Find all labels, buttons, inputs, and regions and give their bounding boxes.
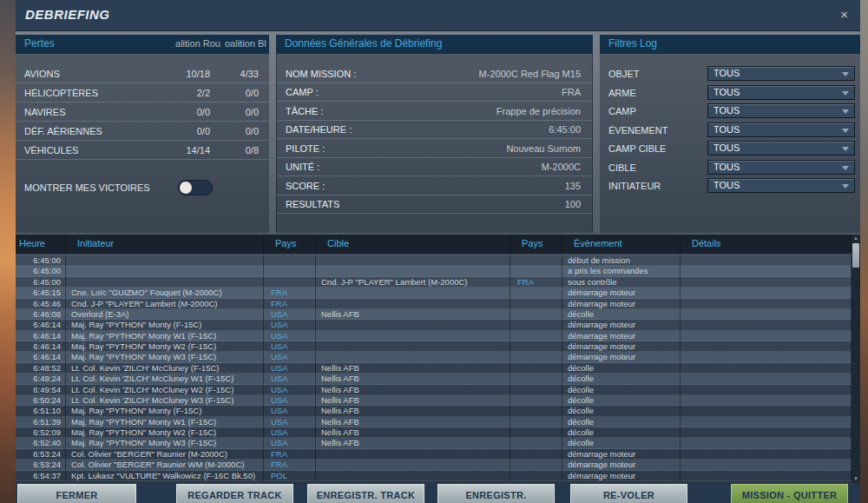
enregistr-de-briefing-button[interactable]: ENREGISTR. DÉBRIEFING: [437, 484, 555, 503]
filter-dropdown[interactable]: TOUS: [707, 85, 855, 100]
log-cell-heure: 6:50:24: [16, 395, 66, 406]
log-cell-pays: USA: [264, 331, 316, 341]
filter-dropdown[interactable]: TOUS: [707, 160, 855, 175]
log-row[interactable]: 6:45:00début de mission: [16, 255, 852, 266]
toggle-knob: [180, 182, 192, 194]
log-cell-cible: [316, 352, 510, 362]
loss-category-label: HÉLICOPTÈRES: [16, 88, 156, 98]
chevron-down-icon: [842, 109, 849, 114]
log-cell-pays-cible: [510, 341, 562, 352]
general-data-label: RESULTATS: [277, 199, 565, 209]
general-data-value: FRA: [562, 87, 592, 97]
log-cell-pays: USA: [264, 406, 316, 416]
log-cell-cible: Nellis AFB: [316, 385, 510, 395]
general-data-label: TÂCHE :: [277, 106, 496, 116]
log-row[interactable]: 6:52:09Maj. Ray "PYTHON" Monty W2 (F-15C…: [16, 427, 852, 438]
log-cell-pays-cible: [510, 320, 562, 330]
log-cell-cible: [316, 331, 510, 341]
log-row[interactable]: 6:46:08Overlord (E-3A)USANellis AFBdécol…: [16, 309, 852, 320]
general-data-row: UNITÉ :M-2000C: [277, 158, 592, 177]
log-cell-details: [681, 449, 852, 460]
log-cell-details: [681, 341, 852, 352]
filter-dropdown[interactable]: TOUS: [707, 103, 855, 118]
log-cell-evenement: démarrage moteur: [562, 331, 681, 341]
log-row[interactable]: 6:45:00Cnd. J-P "PLAYER" Lambert (M-2000…: [16, 277, 852, 288]
log-row[interactable]: 6:50:24Lt. Col. Kevin 'ZILCH' McCluney W…: [16, 395, 852, 406]
log-cell-evenement: démarrage moteur: [562, 352, 681, 362]
fermer-button[interactable]: FERMER: [17, 484, 136, 503]
filter-dropdown[interactable]: TOUS: [707, 141, 855, 156]
filters-panel-header: Filtres Log: [600, 35, 860, 54]
log-cell-heure: 6:49:54: [16, 385, 66, 395]
log-cell-pays: USA: [264, 352, 316, 362]
log-row[interactable]: 6:51:39Maj. Ray "PYTHON" Monty W1 (F-15C…: [16, 417, 852, 427]
general-data-label: PILOTE :: [277, 143, 506, 154]
log-cell-evenement: début de mission: [562, 255, 681, 266]
general-data-row: DATE/HEURE :6:45:00: [277, 121, 592, 140]
log-cell-pays-cible: [510, 385, 562, 395]
log-filter-row: ARMETOUS: [600, 84, 860, 103]
log-row[interactable]: 6:49:24Lt. Col. Kevin 'ZILCH' McCluney W…: [16, 374, 852, 384]
background-sunset-left: [0, 0, 16, 503]
log-row[interactable]: 6:51:10Maj. Ray "PYTHON" Monty (F-15C)US…: [16, 406, 852, 416]
loss-row: NAVIRES0/00/0: [16, 103, 269, 122]
regarder-track-button[interactable]: REGARDER TRACK: [176, 484, 293, 503]
loss-blue-value: 0/8: [210, 145, 259, 156]
log-row[interactable]: 6:46:14Maj. Ray "PYTHON" Monty W1 (F-15C…: [16, 331, 852, 341]
log-row[interactable]: 6:46:14Maj. Ray "PYTHON" Monty (F-15C)US…: [16, 320, 852, 330]
log-cell-cible: Nellis AFB: [316, 417, 510, 427]
log-row[interactable]: 6:52:40Maj. Ray "PYTHON" Monty W3 (F-15C…: [16, 438, 852, 448]
filter-dropdown[interactable]: TOUS: [707, 178, 855, 193]
log-cell-details: [681, 417, 852, 427]
log-row[interactable]: 6:53:24Col. Olivier "BERGER" Raunier (M-…: [16, 449, 852, 460]
log-cell-details: [681, 331, 852, 341]
log-cell-details: [681, 374, 852, 384]
log-row[interactable]: 6:45:46Cnd. J-P "PLAYER" Lambert (M-2000…: [16, 299, 852, 309]
scroll-up-icon[interactable]: ▲: [852, 235, 860, 242]
log-scrollbar[interactable]: ▲ ▼: [852, 235, 860, 483]
show-my-victories-toggle[interactable]: [178, 180, 213, 195]
log-cell-evenement: démarrage moteur: [562, 460, 681, 470]
general-data-value: 6:45:00: [549, 124, 592, 135]
scroll-down-icon[interactable]: ▼: [852, 475, 860, 483]
log-row[interactable]: 6:45:00a pris les commandes: [16, 266, 852, 276]
log-cell-initiateur: Overlord (E-3A): [66, 309, 264, 320]
log-row[interactable]: 6:49:54Lt. Col. Kevin 'ZILCH' McCluney W…: [16, 385, 852, 395]
log-row[interactable]: 6:48:52Lt. Col. Kevin 'ZILCH' McCluney (…: [16, 363, 852, 374]
log-filter-row: CAMPTOUS: [600, 103, 860, 122]
log-cell-heure: 6:46:14: [16, 352, 66, 362]
log-cell-pays: USA: [264, 427, 316, 438]
log-cell-evenement: décolle: [562, 374, 681, 384]
log-cell-initiateur: Lt. Col. Kevin 'ZILCH' McCluney W2 (F-15…: [66, 385, 264, 395]
mission-quitter-button[interactable]: MISSION - QUITTER: [731, 484, 848, 503]
log-row[interactable]: 6:46:14Maj. Ray "PYTHON" Monty W3 (F-15C…: [16, 352, 852, 362]
log-row[interactable]: 6:45:15Cne. Loïc "GUIZMO" Fouquet (M-200…: [16, 288, 852, 298]
log-cell-heure: 6:45:46: [16, 299, 66, 309]
log-cell-pays: [264, 277, 316, 288]
log-cell-pays-cible: [510, 288, 562, 298]
scrollbar-thumb[interactable]: [852, 243, 859, 268]
log-row[interactable]: 6:46:14Maj. Ray "PYTHON" Monty W2 (F-15C…: [16, 341, 852, 352]
log-cell-initiateur: Maj. Ray "PYTHON" Monty (F-15C): [66, 320, 264, 330]
log-cell-pays: USA: [264, 309, 316, 320]
log-header-evenement: Évènement: [562, 235, 681, 254]
log-row[interactable]: 6:53:24Col. Olivier "BERGER" Raunier WM …: [16, 460, 852, 470]
loss-category-label: VÉHICULES: [16, 145, 156, 156]
log-row[interactable]: 6:54:37Kpt. Lukasz "VULTURE" Walkowicz (…: [16, 471, 852, 481]
log-cell-pays-cible: [510, 309, 562, 320]
log-cell-pays: POL: [264, 471, 316, 481]
log-cell-initiateur: [66, 255, 264, 266]
filter-dropdown[interactable]: TOUS: [707, 122, 855, 137]
log-cell-heure: 6:51:10: [16, 406, 66, 416]
filter-dropdown[interactable]: TOUS: [707, 66, 855, 81]
loss-red-value: 10/18: [156, 69, 210, 79]
re-voler-button[interactable]: RE-VOLER: [570, 484, 687, 503]
log-cell-cible: Nellis AFB: [316, 363, 510, 374]
log-cell-heure: 6:46:14: [16, 320, 66, 330]
close-icon[interactable]: ×: [840, 7, 848, 23]
loss-category-label: DÉF. AÉRIENNES: [16, 126, 156, 136]
log-cell-details: [681, 352, 852, 362]
log-cell-heure: 6:45:00: [16, 277, 66, 288]
enregistr-track-button[interactable]: ENREGISTR. TRACK: [307, 484, 424, 503]
losses-panel-title: Pertes: [24, 37, 55, 50]
